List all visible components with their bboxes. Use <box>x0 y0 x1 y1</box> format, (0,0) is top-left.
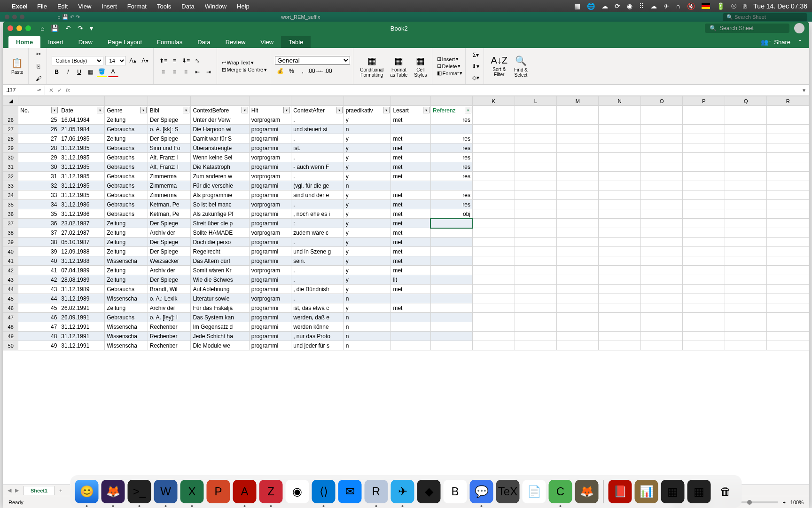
cell[interactable] <box>683 303 725 313</box>
cell[interactable]: , die Bündnisfr <box>291 285 344 294</box>
tab-insert[interactable]: Insert <box>40 36 71 48</box>
cell[interactable] <box>515 115 556 125</box>
cell[interactable]: Brandt, Wil <box>148 285 191 294</box>
cell[interactable] <box>725 256 766 266</box>
cell[interactable] <box>640 153 682 162</box>
cell[interactable]: vorprogram <box>249 228 291 238</box>
cell[interactable] <box>599 275 640 285</box>
tray-icon[interactable]: ☁ <box>601 2 608 10</box>
cell[interactable]: Archiv der <box>148 303 191 313</box>
dock-trash[interactable]: 🗑 <box>714 480 737 503</box>
cell[interactable]: So ist bei manc <box>191 200 249 209</box>
dock-camtasia[interactable]: C <box>549 480 572 503</box>
dock-chrome[interactable]: ◉ <box>286 480 309 503</box>
dock-signal[interactable]: 💬 <box>470 480 493 503</box>
dock-acrobat[interactable]: A <box>233 480 257 503</box>
cell[interactable]: ist. <box>291 143 344 153</box>
cell[interactable] <box>556 219 598 228</box>
cell[interactable] <box>556 322 598 332</box>
cell-styles-button[interactable]: ▦Cell Styles <box>412 54 429 79</box>
cell[interactable]: programmi <box>249 238 291 247</box>
cell[interactable]: Für das Fiskalja <box>191 303 249 313</box>
align-top-icon[interactable]: ⬆≡ <box>158 56 169 66</box>
cell[interactable]: und in Szene g <box>291 247 344 256</box>
cell[interactable]: n <box>344 341 391 350</box>
cell[interactable]: 31.12.1986 <box>59 209 105 219</box>
menu-insert[interactable]: Insert <box>102 3 117 10</box>
col-header-n[interactable]: N <box>599 96 640 106</box>
cell[interactable] <box>515 247 556 256</box>
cell[interactable]: programmi <box>249 322 291 332</box>
maximize-button[interactable] <box>25 25 31 31</box>
cell[interactable] <box>767 162 809 172</box>
cell[interactable] <box>473 285 515 294</box>
cell[interactable]: n <box>344 322 391 332</box>
tab-home[interactable]: Home <box>8 36 40 48</box>
dock-firefox[interactable]: 🦊 <box>102 480 125 503</box>
cell[interactable] <box>391 332 431 341</box>
cell[interactable]: Die Module we <box>191 341 249 350</box>
cell[interactable] <box>725 303 766 313</box>
cell[interactable] <box>430 256 472 266</box>
cell[interactable] <box>473 143 515 153</box>
increase-font-icon[interactable]: A▴ <box>128 56 138 66</box>
cell[interactable]: programmi <box>249 275 291 285</box>
cell[interactable]: Damit war für S <box>191 134 249 143</box>
font-name-select[interactable]: Calibri (Body) <box>52 56 103 65</box>
cell[interactable]: y <box>344 200 391 209</box>
cell[interactable]: programmi <box>249 256 291 266</box>
cell[interactable]: Der Spiege <box>148 247 191 256</box>
cell[interactable] <box>473 190 515 200</box>
cell[interactable] <box>599 285 640 294</box>
menu-tools[interactable]: Tools <box>157 3 171 10</box>
col-header-k[interactable]: K <box>473 96 515 106</box>
cell[interactable] <box>515 256 556 266</box>
collapse-ribbon-icon[interactable]: ⌃ <box>797 39 803 46</box>
cell[interactable] <box>767 200 809 209</box>
row-header[interactable]: 42 <box>3 266 18 275</box>
cell[interactable] <box>556 238 598 247</box>
cell[interactable] <box>391 181 431 190</box>
dock-file[interactable]: ▦ <box>661 480 685 503</box>
cell[interactable] <box>640 247 682 256</box>
cell[interactable] <box>767 247 809 256</box>
percent-icon[interactable]: % <box>286 66 297 76</box>
cell[interactable]: 43 <box>18 285 59 294</box>
cell[interactable]: 47 <box>18 322 59 332</box>
cancel-formula-icon[interactable]: ✕ <box>49 87 54 94</box>
cell[interactable]: 25 <box>18 115 59 125</box>
cell[interactable] <box>515 228 556 238</box>
control-center-icon[interactable]: ⎚ <box>743 2 747 10</box>
dock-zotero[interactable]: Z <box>259 480 283 503</box>
cell[interactable] <box>725 228 766 238</box>
cell[interactable]: met <box>391 172 431 181</box>
cell[interactable] <box>683 153 725 162</box>
cell[interactable] <box>515 125 556 134</box>
cell[interactable]: Das Altern dürf <box>191 256 249 266</box>
enter-formula-icon[interactable]: ✓ <box>57 87 62 94</box>
dock-excel[interactable]: X <box>180 480 204 503</box>
cell[interactable] <box>599 162 640 172</box>
filter-icon[interactable]: ▾ <box>97 107 103 113</box>
cell[interactable] <box>515 285 556 294</box>
cell[interactable] <box>767 143 809 153</box>
row-header[interactable]: 34 <box>3 190 18 200</box>
cell[interactable]: Zeitung <box>105 247 148 256</box>
cell[interactable] <box>640 256 682 266</box>
cell[interactable] <box>725 172 766 181</box>
cell[interactable] <box>683 275 725 285</box>
cell[interactable]: Zeitung <box>105 303 148 313</box>
cell[interactable] <box>725 322 766 332</box>
cell[interactable]: zudem wäre c <box>291 228 344 238</box>
cell[interactable]: n <box>344 313 391 322</box>
cell[interactable] <box>556 228 598 238</box>
redo-icon[interactable]: ↷ <box>78 24 83 32</box>
cell[interactable]: vorprogram <box>249 153 291 162</box>
cell[interactable]: 36 <box>18 219 59 228</box>
cell[interactable]: Das System kan <box>191 313 249 322</box>
cell[interactable] <box>640 332 682 341</box>
cell[interactable] <box>683 322 725 332</box>
col-header[interactable] <box>148 96 191 106</box>
cell[interactable] <box>473 181 515 190</box>
cell[interactable]: 07.04.1989 <box>59 266 105 275</box>
